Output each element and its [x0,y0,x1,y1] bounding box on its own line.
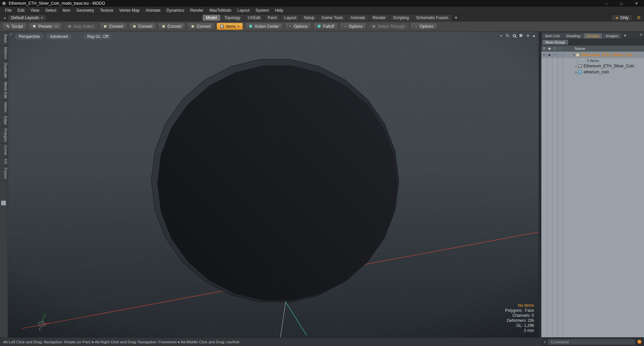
new-group-button[interactable]: New Group [542,40,568,45]
menu-animate[interactable]: Animate [143,8,163,13]
tab-layout[interactable]: Layout [281,15,300,21]
options-button-2[interactable]: Options [340,23,366,30]
items-mode-button[interactable]: Items ▾ [217,23,243,30]
command-input[interactable] [548,339,635,345]
rail-tab-basic[interactable]: Basic [0,33,8,45]
maximize-button[interactable]: □ [614,0,629,7]
convert-button-1[interactable]: Convert [100,23,127,30]
advanced-button[interactable]: Advanced [46,34,72,40]
rail-tab-edge[interactable]: Edge [0,114,8,127]
expand-arrow-icon[interactable]: ▸ [533,33,535,38]
convert-button-3[interactable]: Convert [158,23,185,30]
menu-item[interactable]: Item [59,8,73,13]
options-button-1[interactable]: Options [285,23,311,30]
minimize-button[interactable]: – [599,0,614,7]
tab-scripting[interactable]: Scripting [390,15,412,21]
options-button-3[interactable]: Options [411,23,437,30]
rotate-icon[interactable]: ↻ [506,33,509,38]
pan-icon[interactable]: + [500,33,502,38]
visibility-eye-icon[interactable]: ⊙ [541,47,547,50]
visibility-eye-icon[interactable]: ⊙ [541,53,547,57]
falloff-button[interactable]: Falloff [314,23,337,30]
tab-shading[interactable]: Shading [563,33,583,39]
rail-tab-curve[interactable]: Curve [0,143,8,157]
tab-model[interactable]: Model [203,15,220,21]
render-visibility-icon[interactable]: ◉ [547,47,552,50]
expander-icon[interactable]: ▸ [576,65,577,68]
gear-icon[interactable]: ⚙ [637,15,641,20]
menu-geometry[interactable]: Geometry [73,8,97,13]
viewport-3d[interactable]: y z Perspective Advanced Ray GL: Off + ↻… [8,32,539,337]
group-name[interactable]: Ethereum_ETH_Silver_Coi... [581,53,635,57]
menu-layout[interactable]: Layout [234,8,253,13]
tab-paint[interactable]: Paint [264,15,280,21]
tab-schematic-fusion[interactable]: Schematic Fusion [413,15,451,21]
panel-expand-icon[interactable]: ↗ [639,33,642,37]
menu-maxtomodo[interactable]: MaxToModo [206,8,234,13]
rail-tab-uv[interactable]: UV [0,157,8,166]
convert-button-2[interactable]: Convert [129,23,156,30]
auto-select-button[interactable]: Auto Select [64,23,98,30]
rail-tab-deform[interactable]: Deform [0,45,8,61]
stat-deformers: Deformers: ON [505,318,534,323]
panel-collapse-handle[interactable] [1,200,6,206]
mesh-item-name[interactable]: etherium_coin [584,70,609,74]
menu-edit[interactable]: Edit [14,8,28,13]
expander-icon[interactable]: ▸ [576,71,577,74]
tree-row-mesh[interactable]: ▸ Ethereum_ETH_Silver_Coin [541,63,644,69]
panel-splitter[interactable] [539,32,541,337]
command-history-icon[interactable] [637,340,642,344]
coin-mesh[interactable] [151,59,399,302]
rail-tab-polygon[interactable]: Polygon [0,127,8,144]
menu-dynamics[interactable]: Dynamics [163,8,187,13]
menu-file[interactable]: File [2,8,14,13]
tab-setup[interactable]: Setup [300,15,317,21]
expander-icon[interactable]: ▾ [573,53,574,56]
menu-vertex-map[interactable]: Vertex Map [116,8,143,13]
tab-game-tools[interactable]: Game Tools [318,15,346,21]
select-through-button[interactable]: Select Through [369,23,409,30]
add-layout-tab-button[interactable]: + [452,15,460,21]
rail-tab-fusion[interactable]: Fusion [0,166,8,181]
lock-toggle-icon[interactable]: □ [552,53,557,57]
presets-button[interactable]: Presets F6 [29,23,62,30]
ray-gl-button[interactable]: Ray GL: Off [83,34,112,40]
filter-toggle-icon[interactable]: ◌ [557,53,563,57]
tree-row-group[interactable]: ⊙ ◉ □ ◌ ▾ Ethereum_ETH_Silver_Coi... [541,52,644,58]
zoom-icon[interactable] [513,34,516,37]
lock-column-icon[interactable]: □ [552,47,557,50]
tab-topology[interactable]: Topology [221,15,244,21]
action-center-button[interactable]: Action Center [245,23,283,30]
menu-render[interactable]: Render [187,8,206,13]
tab-groups[interactable]: Groups [584,33,602,39]
perspective-button[interactable]: Perspective [15,34,44,40]
close-button[interactable]: ✕ [629,0,644,7]
tab-images[interactable]: Images [602,33,621,39]
render-visibility-icon[interactable]: ◉ [547,53,552,57]
name-column-header[interactable]: Name [575,47,585,51]
tab-render[interactable]: Render [369,15,389,21]
default-layouts-button[interactable]: Default Layouts ▾ [8,15,46,21]
menu-system[interactable]: System [253,8,272,13]
menu-view[interactable]: View [28,8,42,13]
layouts-up-icon[interactable]: ▲ [3,16,6,19]
viewport-corner-icon[interactable] [10,33,13,37]
tab-uvedit[interactable]: UVEdit [245,15,264,21]
viewport-settings-icon[interactable]: ✳ [526,33,530,38]
tree-row-mesh[interactable]: ▸ etherium_coin [541,69,644,75]
tab-animate[interactable]: Animate [347,15,369,21]
convert-button-4[interactable]: Convert [187,23,214,30]
menu-select[interactable]: Select [42,8,59,13]
mesh-item-name[interactable]: Ethereum_ETH_Silver_Coin [584,64,634,68]
only-button[interactable]: ★ Only [612,15,632,21]
add-panel-tab-button[interactable]: + [622,33,629,39]
rail-tab-duplicate[interactable]: Duplicate [0,61,8,80]
filter-column-icon[interactable]: ◌ [557,47,563,50]
menu-help[interactable]: Help [272,8,286,13]
rail-tab-vertex[interactable]: Vertex [0,100,8,114]
rail-tab-mesh-edit[interactable]: Mesh Edit [0,80,8,100]
tab-item-list[interactable]: Item List [542,33,562,39]
sculpt-button[interactable]: ✎ Sculpt [3,23,26,30]
menu-texture[interactable]: Texture [97,8,116,13]
shading-mode-icon[interactable] [519,34,523,38]
